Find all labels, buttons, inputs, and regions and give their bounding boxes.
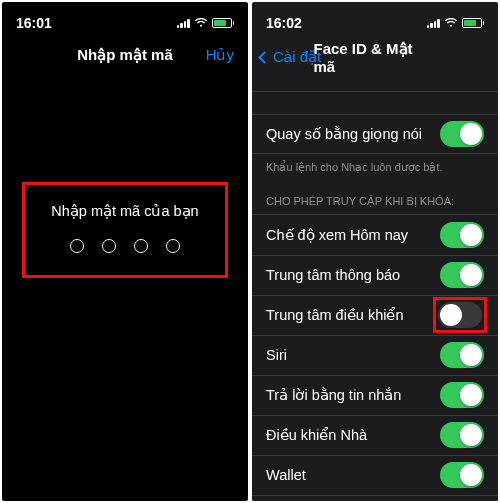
settings-row[interactable]: Wallet xyxy=(252,455,498,495)
cell-label: Wallet xyxy=(266,467,306,483)
settings-row[interactable]: Trung tâm thông báo xyxy=(252,255,498,295)
cell-label: Trung tâm thông báo xyxy=(266,267,400,283)
passcode-dot xyxy=(102,239,116,253)
voice-dial-footer: Khẩu lệnh cho Nhạc luôn được bật. xyxy=(252,154,498,175)
row-toggle[interactable] xyxy=(440,222,484,248)
passcode-title: Nhập mật mã xyxy=(77,46,173,64)
lock-access-header: CHO PHÉP TRUY CẬP KHI BỊ KHÓA: xyxy=(252,175,498,214)
status-bar: 16:01 xyxy=(2,2,248,38)
status-indicators xyxy=(427,18,485,28)
chevron-left-icon xyxy=(258,51,271,64)
settings-row[interactable]: Trung tâm điều khiển xyxy=(252,295,498,335)
settings-row[interactable]: Gọi lại cuộc gọi nhỡ xyxy=(252,495,498,501)
cell-label: Điều khiển Nhà xyxy=(266,427,367,443)
cancel-button[interactable]: Hủy xyxy=(206,46,234,64)
passcode-entry-highlight: Nhập mật mã của bạn xyxy=(22,182,228,278)
status-bar: 16:02 xyxy=(252,2,498,38)
wifi-icon xyxy=(194,18,208,28)
passcode-dot xyxy=(134,239,148,253)
passcode-dot xyxy=(166,239,180,253)
settings-faceid-screen: 16:02 Cài đặt Face ID & Mật mã Quay số b… xyxy=(252,2,498,501)
battery-icon xyxy=(212,18,235,28)
settings-row[interactable]: Chế độ xem Hôm nay xyxy=(252,215,498,255)
cellular-icon xyxy=(427,18,440,28)
settings-row[interactable]: Siri xyxy=(252,335,498,375)
highlight-box xyxy=(433,297,487,333)
passcode-dot xyxy=(70,239,84,253)
row-toggle[interactable] xyxy=(440,342,484,368)
partial-row xyxy=(252,76,498,92)
voice-dial-row[interactable]: Quay số bằng giọng nói xyxy=(252,114,498,154)
row-toggle[interactable] xyxy=(438,302,482,328)
cell-label: Chế độ xem Hôm nay xyxy=(266,227,408,243)
nav-title: Face ID & Mật mã xyxy=(314,40,437,75)
settings-scroll[interactable]: Quay số bằng giọng nói Khẩu lệnh cho Nhạ… xyxy=(252,76,498,501)
cell-label: Trung tâm điều khiển xyxy=(266,307,404,323)
row-toggle[interactable] xyxy=(440,382,484,408)
settings-row[interactable]: Điều khiển Nhà xyxy=(252,415,498,455)
status-time: 16:01 xyxy=(16,15,52,31)
passcode-header: Nhập mật mã Hủy xyxy=(2,38,248,72)
wifi-icon xyxy=(444,18,458,28)
passcode-prompt: Nhập mật mã của bạn xyxy=(37,203,213,219)
row-toggle[interactable] xyxy=(440,262,484,288)
passcode-screen: 16:01 Nhập mật mã Hủy Nhập mật mã của bạ… xyxy=(2,2,248,501)
status-indicators xyxy=(177,18,235,28)
nav-bar: Cài đặt Face ID & Mật mã xyxy=(252,38,498,76)
cell-label: Trả lời bằng tin nhắn xyxy=(266,387,401,403)
row-toggle[interactable] xyxy=(440,462,484,488)
battery-icon xyxy=(462,18,485,28)
cell-label: Siri xyxy=(266,347,287,363)
row-toggle[interactable] xyxy=(440,422,484,448)
back-button[interactable]: Cài đặt xyxy=(260,48,321,66)
passcode-dots[interactable] xyxy=(37,239,213,253)
status-time: 16:02 xyxy=(266,15,302,31)
cellular-icon xyxy=(177,18,190,28)
settings-row[interactable]: Trả lời bằng tin nhắn xyxy=(252,375,498,415)
cell-label: Quay số bằng giọng nói xyxy=(266,126,422,142)
voice-dial-toggle[interactable] xyxy=(440,121,484,147)
